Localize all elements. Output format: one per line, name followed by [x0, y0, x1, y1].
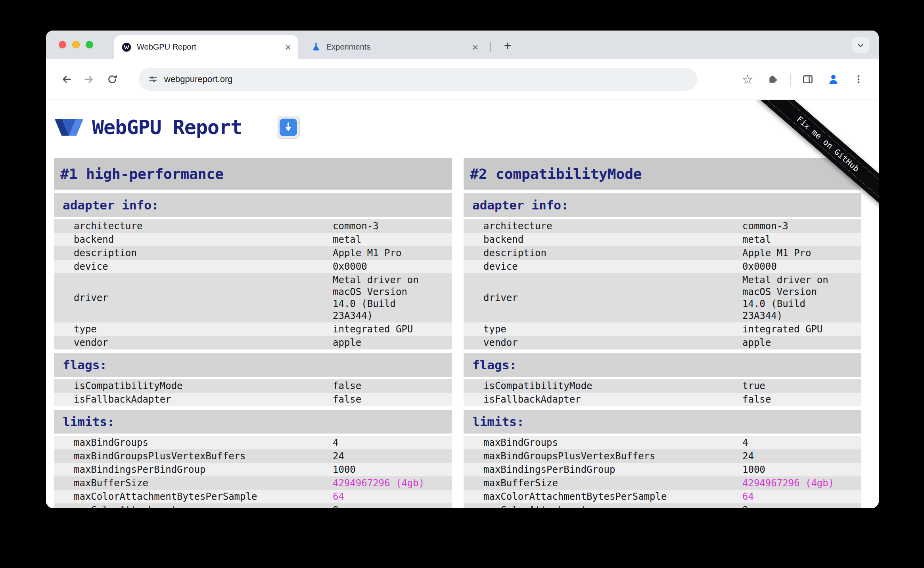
- profile-button[interactable]: [822, 68, 845, 91]
- section-title: adapter info:: [464, 193, 861, 217]
- table-row: vendorapple: [54, 336, 452, 349]
- page-content: WebGPU Report #1 high-performanceadapter…: [46, 100, 879, 508]
- row-value: 4294967296 (4gb): [742, 477, 838, 489]
- row-key: maxBufferSize: [54, 477, 333, 489]
- row-key: maxBindGroups: [464, 437, 742, 449]
- download-report-button[interactable]: [277, 116, 300, 139]
- back-button[interactable]: [55, 68, 78, 91]
- side-panel-icon: [802, 73, 814, 85]
- table-row: maxBindGroups4: [464, 436, 861, 449]
- section-rows: maxBindGroups4maxBindGroupsPlusVertexBuf…: [464, 436, 861, 508]
- table-row: maxColorAttachments8: [54, 503, 452, 508]
- reload-button[interactable]: [101, 68, 124, 91]
- row-value: Apple M1 Pro: [742, 247, 838, 259]
- row-key: driver: [54, 292, 333, 304]
- row-value: integrated GPU: [742, 323, 838, 335]
- table-row: maxBindingsPerBindGroup1000: [464, 463, 861, 476]
- table-row: architecturecommon-3: [54, 219, 452, 233]
- tab-title: WebGPU Report: [137, 42, 280, 52]
- row-value: false: [333, 380, 429, 392]
- back-arrow-icon: [60, 73, 73, 86]
- minimize-window-button[interactable]: [72, 41, 80, 48]
- adapter-column-header: #1 high-performance: [54, 158, 452, 190]
- row-value: 24: [742, 450, 838, 462]
- row-value: Metal driver on macOS Version 14.0 (Buil…: [333, 274, 429, 322]
- section-title: adapter info:: [54, 193, 452, 217]
- row-value: integrated GPU: [333, 323, 429, 335]
- report-columns: #1 high-performanceadapter info:architec…: [54, 158, 869, 508]
- row-value: true: [742, 380, 838, 392]
- forward-button[interactable]: [78, 68, 101, 91]
- table-row: vendorapple: [464, 336, 861, 349]
- table-row: driverMetal driver on macOS Version 14.0…: [54, 273, 452, 322]
- row-key: maxColorAttachments: [464, 504, 742, 508]
- row-key: backend: [54, 234, 333, 246]
- star-icon: ☆: [742, 72, 753, 87]
- webgpu-logo-icon: [54, 116, 84, 138]
- table-row: backendmetal: [54, 233, 452, 246]
- section-title: limits:: [54, 410, 452, 434]
- section-title: flags:: [464, 353, 861, 377]
- tab-experiments[interactable]: Experiments ×: [304, 35, 485, 59]
- adapter-column-header: #2 compatibilityMode: [464, 158, 861, 190]
- row-key: maxBindGroupsPlusVertexBuffers: [464, 450, 742, 462]
- close-tab-icon[interactable]: ×: [472, 42, 478, 52]
- forward-arrow-icon: [83, 73, 96, 86]
- row-value: metal: [742, 234, 838, 246]
- side-panel-button[interactable]: [796, 68, 819, 91]
- table-row: isFallbackAdapterfalse: [464, 393, 861, 406]
- row-key: maxColorAttachments: [54, 504, 333, 508]
- table-row: descriptionApple M1 Pro: [464, 246, 861, 260]
- row-key: driver: [464, 292, 742, 304]
- section-title: flags:: [54, 353, 452, 377]
- menu-button[interactable]: [847, 68, 870, 91]
- url-bar[interactable]: webgpureport.org: [139, 68, 697, 91]
- reload-icon: [106, 73, 118, 85]
- tune-icon: [148, 74, 158, 84]
- row-key: architecture: [54, 220, 333, 232]
- page-header: WebGPU Report: [54, 111, 869, 144]
- table-row: descriptionApple M1 Pro: [54, 246, 452, 260]
- row-value: 8: [742, 504, 838, 508]
- flask-icon: [311, 42, 321, 52]
- row-key: description: [464, 247, 742, 259]
- row-key: maxBindingsPerBindGroup: [464, 464, 742, 476]
- table-row: maxColorAttachments8: [464, 503, 861, 508]
- table-row: architecturecommon-3: [464, 219, 861, 233]
- close-window-button[interactable]: [59, 41, 66, 48]
- toolbar-divider: [790, 73, 791, 86]
- close-tab-icon[interactable]: ×: [285, 42, 291, 52]
- row-value: 4294967296 (4gb): [333, 477, 429, 489]
- chevron-down-icon: [855, 40, 866, 50]
- row-value: 4: [333, 437, 429, 449]
- row-key: vendor: [464, 337, 742, 349]
- table-row: maxColorAttachmentBytesPerSample64: [464, 490, 861, 503]
- three-dots-icon: [853, 74, 864, 85]
- new-tab-button[interactable]: +: [499, 37, 516, 54]
- row-key: maxBindGroupsPlusVertexBuffers: [54, 450, 333, 462]
- site-settings-button[interactable]: [144, 70, 162, 88]
- table-row: isCompatibilityModefalse: [54, 379, 452, 393]
- tab-search-button[interactable]: [852, 37, 869, 53]
- extensions-button[interactable]: [761, 68, 784, 91]
- table-row: isFallbackAdapterfalse: [54, 393, 452, 406]
- row-value: 4: [742, 437, 838, 449]
- row-key: vendor: [54, 337, 333, 349]
- row-key: isCompatibilityMode: [54, 380, 333, 392]
- row-value: Metal driver on macOS Version 14.0 (Buil…: [742, 274, 838, 322]
- row-value: common-3: [333, 220, 429, 232]
- tab-webgpu-report[interactable]: WebGPU Report ×: [114, 35, 298, 59]
- puzzle-icon: [767, 74, 778, 85]
- tab-separator: [490, 42, 491, 52]
- row-value: Apple M1 Pro: [333, 247, 429, 259]
- row-key: device: [54, 261, 333, 272]
- table-row: maxBindingsPerBindGroup1000: [54, 463, 452, 476]
- bookmark-button[interactable]: ☆: [736, 68, 759, 91]
- table-row: maxColorAttachmentBytesPerSample64: [54, 490, 452, 503]
- toolbar-right-icons: ☆: [736, 68, 870, 91]
- profile-person-icon: [827, 73, 840, 86]
- zoom-window-button[interactable]: [86, 41, 93, 48]
- section-rows: architecturecommon-3backendmetaldescript…: [54, 219, 452, 349]
- table-row: typeintegrated GPU: [464, 322, 861, 336]
- row-key: type: [464, 323, 742, 335]
